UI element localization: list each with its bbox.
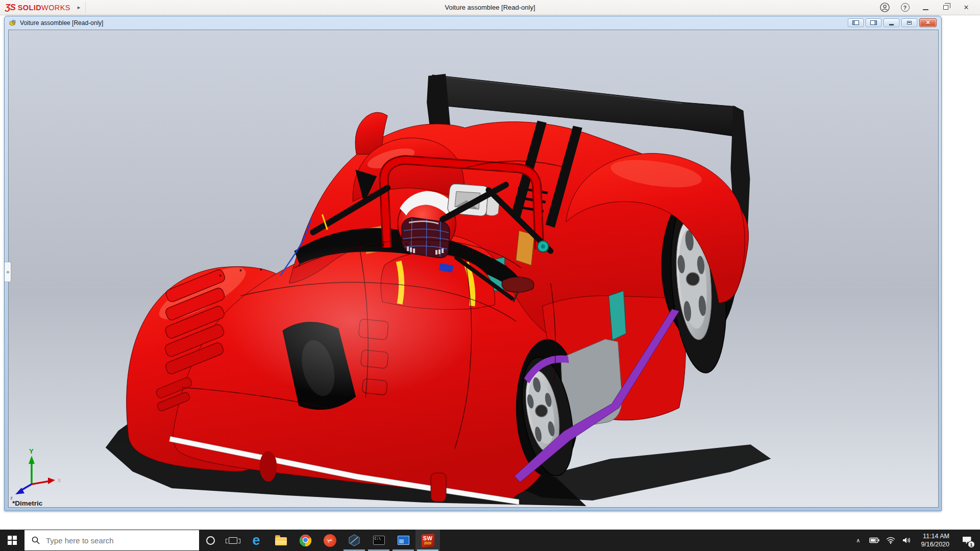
taskbar-app-media[interactable] bbox=[391, 530, 415, 551]
media-app-icon bbox=[398, 536, 409, 545]
doc-restore-button[interactable] bbox=[901, 18, 917, 27]
document-title: Voiture assomblee [Read-only] bbox=[20, 19, 103, 27]
help-icon[interactable]: ? bbox=[898, 2, 912, 13]
close-button[interactable]: ✕ bbox=[960, 2, 973, 13]
hexagon-app-icon bbox=[348, 534, 361, 547]
assembly-icon bbox=[9, 19, 17, 27]
solidworks-logo[interactable]: ƷS SOLIDWORKS ▸ bbox=[0, 0, 86, 15]
taskbar-app-file-explorer[interactable] bbox=[268, 530, 293, 551]
battery-icon[interactable] bbox=[868, 530, 881, 551]
file-explorer-icon bbox=[275, 537, 287, 545]
taskbar-app-cad-tool[interactable] bbox=[342, 530, 366, 551]
app-window-title: Voiture assomblee [Read-only] bbox=[0, 4, 980, 11]
notification-badge: 1 bbox=[968, 541, 975, 548]
toolbar-divider bbox=[85, 2, 86, 13]
tray-time: 11:14 AM bbox=[923, 533, 949, 540]
volume-icon[interactable] bbox=[900, 530, 914, 551]
chrome-icon bbox=[299, 534, 312, 547]
taskbar-search[interactable] bbox=[24, 530, 199, 550]
system-tray: ∧ 11:14 AM 9 bbox=[851, 530, 980, 551]
document-window: Voiture assomblee [Read-only] ✕ bbox=[4, 16, 942, 511]
document-titlebar[interactable]: Voiture assomblee [Read-only] ✕ bbox=[5, 16, 941, 30]
user-account-icon[interactable] bbox=[878, 2, 891, 13]
start-button[interactable] bbox=[0, 530, 24, 551]
triad-y-label: Y bbox=[29, 447, 34, 455]
scissors-icon: ✂ bbox=[322, 532, 338, 548]
view-orientation-label: *Dimetric bbox=[12, 499, 43, 507]
feature-panel-tab[interactable] bbox=[5, 262, 11, 282]
taskbar-app-snip[interactable]: ✂ bbox=[317, 530, 342, 551]
solidworks-wordmark: SOLIDWORKS bbox=[18, 4, 70, 12]
task-view-button[interactable] bbox=[222, 530, 244, 551]
wifi-icon[interactable] bbox=[884, 530, 897, 551]
action-center-button[interactable]: 1 bbox=[957, 530, 977, 551]
task-view-icon bbox=[229, 537, 237, 544]
restore-button[interactable] bbox=[939, 2, 952, 13]
cortana-icon bbox=[206, 536, 215, 545]
pane-left-toggle-button[interactable] bbox=[848, 18, 864, 27]
graphics-viewport[interactable]: Y x z *Dimetric bbox=[8, 30, 939, 508]
fuel-cap-roundel bbox=[537, 241, 549, 252]
cortana-button[interactable] bbox=[199, 530, 222, 551]
taskbar: e ✂ C:\ SW 2020 ∧ bbox=[0, 530, 980, 551]
menu-flyout-arrow-icon[interactable]: ▸ bbox=[78, 4, 81, 11]
taskbar-app-command-prompt[interactable]: C:\ bbox=[366, 530, 391, 551]
minimize-button[interactable] bbox=[919, 2, 932, 13]
command-prompt-icon: C:\ bbox=[373, 536, 385, 545]
taskbar-app-edge[interactable]: e bbox=[244, 530, 268, 551]
tray-date: 9/16/2020 bbox=[921, 541, 949, 548]
tray-clock[interactable]: 11:14 AM 9/16/2020 bbox=[917, 532, 953, 549]
edge-icon: e bbox=[252, 534, 260, 547]
document-window-controls: ✕ bbox=[848, 18, 937, 27]
taskbar-app-chrome[interactable] bbox=[293, 530, 317, 551]
doc-close-button[interactable]: ✕ bbox=[919, 18, 937, 27]
orientation-triad: Y x z bbox=[10, 447, 61, 500]
car-model: Y x z *Dimetric bbox=[9, 30, 938, 507]
solidworks-app-icon: SW 2020 bbox=[421, 534, 435, 547]
tray-chevron-icon[interactable]: ∧ bbox=[851, 530, 865, 551]
pane-left-icon bbox=[852, 20, 859, 25]
app-titlebar: ƷS SOLIDWORKS ▸ Voiture assomblee [Read-… bbox=[0, 0, 980, 15]
pane-right-icon bbox=[870, 20, 877, 25]
search-icon bbox=[32, 536, 40, 544]
taskbar-app-solidworks[interactable]: SW 2020 bbox=[415, 530, 440, 551]
doc-minimize-button[interactable] bbox=[884, 18, 899, 27]
pane-right-toggle-button[interactable] bbox=[866, 18, 881, 27]
search-input[interactable] bbox=[46, 536, 174, 545]
windows-logo-icon bbox=[8, 536, 17, 545]
ds-logo-icon: ƷS bbox=[5, 3, 15, 13]
app-window-controls: ? ✕ bbox=[878, 2, 980, 13]
triad-x-label: x bbox=[58, 476, 61, 484]
